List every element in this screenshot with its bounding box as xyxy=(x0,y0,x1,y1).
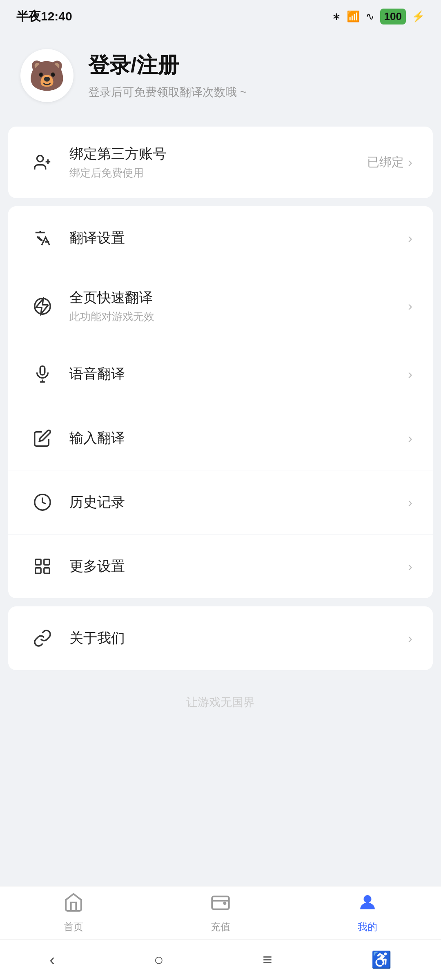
grid-icon xyxy=(29,552,56,580)
menu-sublabel-bind: 绑定后免费使用 xyxy=(69,166,367,180)
menu-label-fullpage: 全页快速翻译 xyxy=(69,288,408,307)
link-icon xyxy=(29,624,56,652)
menu-right-bind: 已绑定 › xyxy=(367,154,412,171)
menu-item-history[interactable]: 历史记录 › xyxy=(8,470,433,535)
chevron-right-icon: › xyxy=(408,559,412,574)
menu-right-input: › xyxy=(408,431,412,446)
signal-icon: 📶 xyxy=(347,10,360,23)
menu-text-about: 关于我们 xyxy=(69,629,408,648)
chevron-right-icon: › xyxy=(408,298,412,314)
home-icon xyxy=(63,892,84,917)
chevron-right-icon: › xyxy=(408,367,412,382)
menu-right-translate: › xyxy=(408,231,412,246)
menu-right-about: › xyxy=(408,631,412,646)
mic-icon xyxy=(29,360,56,388)
svg-rect-5 xyxy=(44,559,49,565)
menu-item-bind-account[interactable]: 绑定第三方账号 绑定后免费使用 已绑定 › xyxy=(8,127,433,198)
sys-back-button[interactable]: ‹ xyxy=(49,951,55,969)
svg-rect-4 xyxy=(36,559,41,565)
menu-label-translate-settings: 翻译设置 xyxy=(69,229,408,247)
menu-text-fullpage: 全页快速翻译 此功能对游戏无效 xyxy=(69,288,408,324)
sys-accessibility-button[interactable]: ♿ xyxy=(371,950,392,969)
wallet-icon xyxy=(210,892,231,917)
menu-text-bind: 绑定第三方账号 绑定后免费使用 xyxy=(69,145,367,180)
sys-home-button[interactable]: ○ xyxy=(154,951,164,969)
lightning-icon xyxy=(29,292,56,320)
sys-menu-button[interactable]: ≡ xyxy=(263,951,272,969)
menu-item-voice-translate[interactable]: 语音翻译 › xyxy=(8,342,433,406)
svg-rect-2 xyxy=(40,366,45,375)
menu-sublabel-fullpage: 此功能对游戏无效 xyxy=(69,310,408,324)
menu-label-bind: 绑定第三方账号 xyxy=(69,145,367,163)
edit-icon xyxy=(29,424,56,452)
status-time: 半夜12:40 xyxy=(16,8,72,25)
menu-label-more-settings: 更多设置 xyxy=(69,557,408,576)
sys-nav-bar: ‹ ○ ≡ ♿ xyxy=(0,939,441,980)
status-icons: ∗ 📶 ∿ 100 ⚡ xyxy=(332,9,425,24)
translate-icon xyxy=(29,224,56,252)
charging-icon: ⚡ xyxy=(412,10,425,23)
nav-label-home: 首页 xyxy=(64,920,83,933)
menu-label-input: 输入翻译 xyxy=(69,429,408,448)
chevron-right-icon: › xyxy=(408,495,412,510)
nav-item-mine[interactable]: 我的 xyxy=(294,892,441,933)
menu-text-history: 历史记录 xyxy=(69,493,408,512)
menu-text-translate-settings: 翻译设置 xyxy=(69,229,408,247)
bluetooth-icon: ∗ xyxy=(332,10,341,23)
svg-rect-8 xyxy=(212,896,229,909)
chevron-right-icon: › xyxy=(408,631,412,646)
nav-item-home[interactable]: 首页 xyxy=(0,892,147,933)
menu-right-voice: › xyxy=(408,367,412,382)
people-icon xyxy=(29,149,56,176)
nav-label-recharge: 充值 xyxy=(211,920,230,933)
menu-label-history: 历史记录 xyxy=(69,493,408,512)
section-bind: 绑定第三方账号 绑定后免费使用 已绑定 › xyxy=(8,127,433,198)
menu-label-about: 关于我们 xyxy=(69,629,408,648)
menu-right-fullpage: › xyxy=(408,298,412,314)
profile-title: 登录/注册 xyxy=(88,51,247,80)
svg-rect-7 xyxy=(44,568,49,573)
svg-point-0 xyxy=(37,155,43,161)
nav-item-recharge[interactable]: 充值 xyxy=(147,892,294,933)
menu-item-more-settings[interactable]: 更多设置 › xyxy=(8,535,433,598)
profile-info: 登录/注册 登录后可免费领取翻译次数哦 ~ xyxy=(88,51,247,100)
menu-right-history: › xyxy=(408,495,412,510)
avatar: 🐻 xyxy=(20,49,74,102)
chevron-right-icon: › xyxy=(408,155,412,170)
menu-text-more-settings: 更多设置 xyxy=(69,557,408,576)
svg-rect-6 xyxy=(36,568,41,573)
menu-item-translate-settings[interactable]: 翻译设置 › xyxy=(8,206,433,270)
battery-indicator: 100 xyxy=(380,9,406,24)
wifi-icon: ∿ xyxy=(365,10,374,23)
status-bar: 半夜12:40 ∗ 📶 ∿ 100 ⚡ xyxy=(0,0,441,33)
menu-item-input-translate[interactable]: 输入翻译 › xyxy=(8,406,433,470)
menu-label-voice: 语音翻译 xyxy=(69,365,408,383)
person-icon xyxy=(357,892,378,917)
section-settings: 翻译设置 › 全页快速翻译 此功能对游戏无效 › 语 xyxy=(8,206,433,598)
profile-subtitle: 登录后可免费领取翻译次数哦 ~ xyxy=(88,85,247,100)
svg-point-9 xyxy=(364,895,371,902)
menu-right-more: › xyxy=(408,559,412,574)
menu-item-about-us[interactable]: 关于我们 › xyxy=(8,606,433,670)
tagline: 让游戏无国界 xyxy=(0,678,441,722)
clock-icon xyxy=(29,488,56,516)
menu-item-fullpage-translate[interactable]: 全页快速翻译 此功能对游戏无效 › xyxy=(8,270,433,342)
bottom-nav: 首页 充值 我的 xyxy=(0,886,441,939)
bind-status-text: 已绑定 xyxy=(367,154,404,171)
chevron-right-icon: › xyxy=(408,431,412,446)
profile-header: 🐻 登录/注册 登录后可免费领取翻译次数哦 ~ xyxy=(0,33,441,118)
section-about: 关于我们 › xyxy=(8,606,433,670)
menu-text-voice: 语音翻译 xyxy=(69,365,408,383)
menu-text-input: 输入翻译 xyxy=(69,429,408,448)
chevron-right-icon: › xyxy=(408,231,412,246)
nav-label-mine: 我的 xyxy=(358,920,377,933)
